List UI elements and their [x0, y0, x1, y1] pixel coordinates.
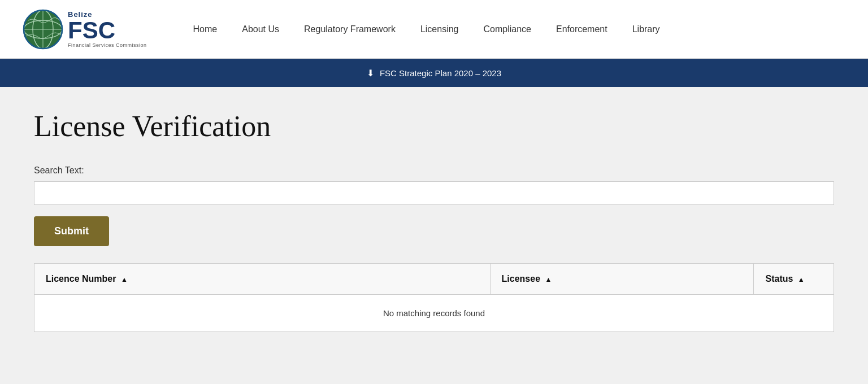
- col-header-status[interactable]: Status ▲: [754, 264, 834, 295]
- submit-button[interactable]: Submit: [34, 216, 109, 246]
- table-body: No matching records found: [34, 295, 834, 332]
- sort-arrow-licence: ▲: [121, 276, 128, 283]
- announcement-banner[interactable]: ⬇ FSC Strategic Plan 2020 – 2023: [0, 59, 868, 87]
- banner-content: ⬇ FSC Strategic Plan 2020 – 2023: [367, 68, 501, 78]
- sort-arrow-licensee: ▲: [545, 276, 552, 283]
- logo-text: Belize FSC Financial Services Commission: [68, 10, 147, 48]
- search-input[interactable]: [34, 181, 834, 205]
- results-table: Licence Number ▲ Licensee ▲ Status ▲ No …: [34, 263, 834, 332]
- page-title: License Verification: [34, 110, 834, 143]
- nav-library[interactable]: Library: [620, 24, 672, 34]
- nav-home[interactable]: Home: [181, 24, 230, 34]
- table-header: Licence Number ▲ Licensee ▲ Status ▲: [34, 264, 834, 295]
- sort-arrow-status: ▲: [798, 276, 805, 283]
- banner-text: FSC Strategic Plan 2020 – 2023: [380, 68, 501, 78]
- main-nav: Home About Us Regulatory Framework Licen…: [181, 24, 672, 34]
- col-header-licence-number[interactable]: Licence Number ▲: [34, 264, 491, 295]
- col-header-licensee[interactable]: Licensee ▲: [490, 264, 754, 295]
- table-header-row: Licence Number ▲ Licensee ▲ Status ▲: [34, 264, 834, 295]
- logo-fsc-label: FSC: [68, 19, 147, 42]
- site-header: Belize FSC Financial Services Commission…: [0, 0, 868, 59]
- nav-compliance[interactable]: Compliance: [471, 24, 543, 34]
- nav-licensing[interactable]: Licensing: [408, 24, 471, 34]
- no-records-row: No matching records found: [34, 295, 834, 332]
- main-content: License Verification Search Text: Submit…: [0, 87, 868, 355]
- nav-enforcement[interactable]: Enforcement: [544, 24, 620, 34]
- download-icon: ⬇: [367, 68, 374, 78]
- logo-globe-icon: [23, 9, 63, 50]
- nav-regulatory-framework[interactable]: Regulatory Framework: [292, 24, 408, 34]
- no-records-message: No matching records found: [34, 295, 834, 332]
- nav-about-us[interactable]: About Us: [229, 24, 292, 34]
- search-label: Search Text:: [34, 165, 834, 176]
- logo[interactable]: Belize FSC Financial Services Commission: [23, 9, 147, 50]
- logo-subtitle: Financial Services Commission: [68, 42, 147, 48]
